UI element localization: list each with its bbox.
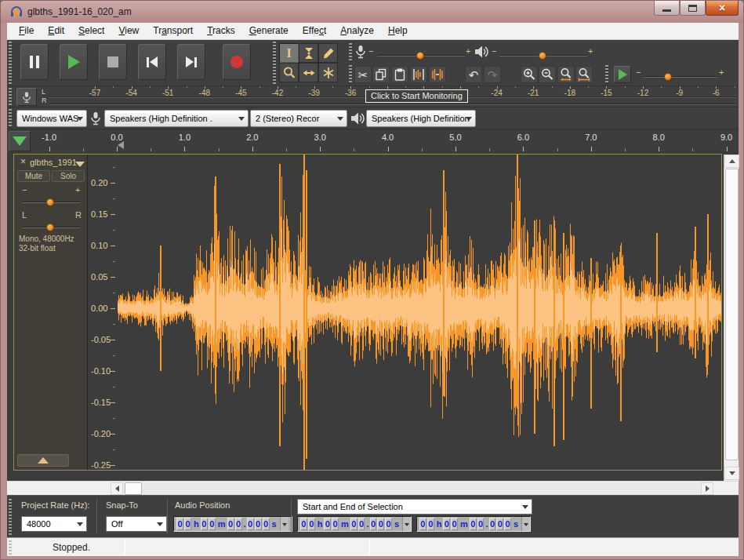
edit-toolbar-grip[interactable] [349,65,352,84]
track-close-button[interactable]: × [18,157,28,167]
device-toolbar-grip[interactable] [9,109,12,128]
time-digit[interactable]: 0 [176,518,183,530]
menu-tracks[interactable]: Tracks [200,23,242,39]
timefield-dropdown-arrow[interactable] [280,517,289,531]
silence-audio-button[interactable] [429,66,446,83]
time-digit[interactable]: 0 [358,518,365,530]
time-digit[interactable]: 0 [324,518,331,530]
selection-mode-dropdown[interactable]: Start and End of Selection [297,499,532,515]
menu-edit[interactable]: Edit [41,23,71,39]
selection-toolbar-grip[interactable] [9,499,12,535]
time-digit[interactable]: 0 [470,518,477,530]
vertical-scroll-thumb[interactable] [725,169,739,460]
playback-device-dropdown[interactable]: Speakers (High Definition [366,110,476,127]
close-button[interactable]: × [706,1,739,16]
cut-button[interactable]: ✂ [354,66,372,83]
play-speed-thumb[interactable] [664,73,672,81]
time-digit[interactable]: 0 [247,518,254,530]
paste-button[interactable] [391,66,408,83]
mute-button[interactable]: Mute [17,170,50,182]
time-digit[interactable]: 0 [443,518,450,530]
time-digit[interactable]: 0 [504,518,511,530]
time-digit[interactable]: 0 [427,518,434,530]
selection-tool-button[interactable]: I [279,43,299,63]
time-digit[interactable]: 0 [209,518,216,530]
selection-start-field[interactable]: 00h00m00.000s [297,516,412,532]
timeline-pin-button[interactable] [9,131,31,151]
scroll-left-button[interactable] [111,482,123,495]
project-rate-dropdown[interactable]: 48000 [21,516,87,532]
play-speed-slider[interactable] [644,76,717,78]
recording-device-dropdown[interactable]: Speakers (High Definition . [104,110,249,127]
draw-tool-button[interactable] [318,43,338,63]
time-digit[interactable]: 0 [332,518,339,530]
time-digit[interactable]: 0 [308,518,315,530]
gain-thumb[interactable] [46,198,54,206]
time-digit[interactable]: 0 [263,518,270,530]
time-shift-tool-button[interactable] [299,63,318,82]
time-digit[interactable]: 0 [184,518,191,530]
horizontal-scroll-thumb[interactable] [125,482,142,495]
time-digit[interactable]: 0 [300,518,307,530]
time-digit[interactable]: 0 [419,518,426,530]
scroll-up-button[interactable] [724,155,739,168]
multi-tool-button[interactable] [318,63,338,82]
snap-to-dropdown[interactable]: Off [106,516,167,532]
time-digit[interactable]: 0 [255,518,262,530]
envelope-tool-button[interactable] [299,43,318,63]
zoom-tool-button[interactable] [279,63,299,82]
timefield-dropdown-arrow[interactable] [402,517,411,531]
selection-end-field[interactable]: 00h00m00.000s [416,516,531,532]
time-digit[interactable]: 0 [451,518,458,530]
meter-toolbar-grip[interactable] [9,88,12,106]
undo-button[interactable]: ↶ [465,66,482,83]
scroll-right-button[interactable] [701,482,713,495]
waveform-canvas[interactable] [116,155,721,470]
time-digit[interactable]: 0 [489,518,496,530]
time-digit[interactable]: 0 [496,518,503,530]
trim-audio-button[interactable] [410,66,427,83]
recording-channels-dropdown[interactable]: 2 (Stereo) Recor [250,110,347,127]
record-button[interactable] [223,44,251,80]
pan-thumb[interactable] [46,224,54,231]
menu-view[interactable]: View [111,23,146,39]
menu-generate[interactable]: Generate [242,23,296,39]
play-at-speed-button[interactable] [614,66,631,83]
time-digit[interactable]: 0 [350,518,357,530]
copy-button[interactable] [372,66,390,83]
time-digit[interactable]: 0 [377,518,384,530]
scroll-down-button[interactable] [724,467,739,480]
fit-project-button[interactable] [575,66,593,83]
fit-selection-button[interactable] [557,66,575,83]
time-digit[interactable]: 0 [385,518,392,530]
skip-to-start-button[interactable] [138,44,166,80]
minimize-button[interactable] [654,1,680,16]
pause-button[interactable] [20,44,49,80]
title-bar[interactable]: glbths_1991-16_020_am × [1,1,743,23]
zoom-in-button[interactable] [521,66,538,83]
stop-button[interactable] [99,44,127,80]
mixer-toolbar-grip[interactable] [349,43,352,62]
audio-host-dropdown[interactable]: Windows WAS [16,110,87,127]
track-menu-arrow-icon[interactable] [75,162,85,167]
menu-select[interactable]: Select [71,23,111,39]
maximize-button[interactable] [680,1,706,16]
track-name[interactable]: glbths_1991 [30,158,77,167]
meter-mic-button[interactable] [16,88,37,106]
playback-volume-thumb[interactable] [539,52,546,60]
time-digit[interactable]: 0 [477,518,485,530]
vertical-scrollbar[interactable] [724,155,739,481]
menu-transport[interactable]: Transport [146,23,200,39]
redo-button[interactable]: ↷ [484,66,501,83]
menu-help[interactable]: Help [381,23,415,39]
time-digit[interactable]: 0 [235,518,242,530]
skip-to-end-button[interactable] [177,44,205,80]
audio-position-field[interactable]: 00h00m00.000s [173,516,292,532]
play-button[interactable] [60,44,88,80]
track-collapse-button[interactable] [17,454,69,467]
solo-button[interactable]: Solo [52,170,85,182]
time-digit[interactable]: 0 [227,518,234,530]
menu-file[interactable]: File [12,23,41,39]
time-digit[interactable]: 0 [201,518,208,530]
tools-toolbar-grip[interactable] [273,42,276,84]
